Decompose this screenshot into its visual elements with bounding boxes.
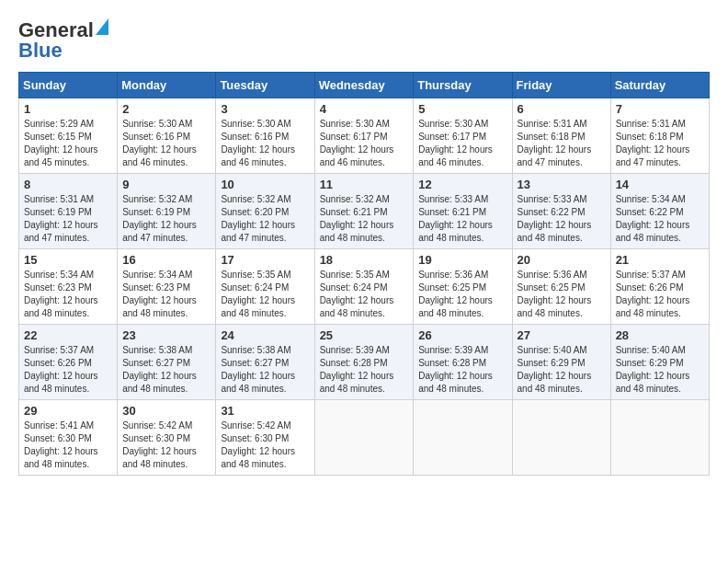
week-row-1: 1Sunrise: 5:29 AM Sunset: 6:15 PM Daylig…	[19, 98, 710, 174]
day-info: Sunrise: 5:36 AM Sunset: 6:25 PM Dayligh…	[518, 269, 606, 320]
day-number: 18	[320, 253, 409, 267]
day-info: Sunrise: 5:41 AM Sunset: 6:30 PM Dayligh…	[24, 419, 112, 471]
calendar-cell: 12Sunrise: 5:33 AM Sunset: 6:21 PM Dayli…	[414, 174, 512, 249]
day-number: 1	[24, 102, 112, 116]
calendar-cell: 17Sunrise: 5:35 AM Sunset: 6:24 PM Dayli…	[216, 249, 314, 325]
day-info: Sunrise: 5:42 AM Sunset: 6:30 PM Dayligh…	[122, 419, 210, 471]
col-header-thursday: Thursday	[414, 73, 512, 98]
day-number: 7	[616, 102, 704, 116]
day-number: 16	[122, 253, 210, 267]
day-info: Sunrise: 5:34 AM Sunset: 6:22 PM Dayligh…	[616, 193, 704, 245]
page-header: General Blue	[18, 18, 710, 63]
calendar-cell: 24Sunrise: 5:38 AM Sunset: 6:27 PM Dayli…	[216, 325, 314, 400]
day-number: 9	[122, 178, 210, 191]
day-info: Sunrise: 5:33 AM Sunset: 6:22 PM Dayligh…	[518, 193, 606, 245]
calendar-body: 1Sunrise: 5:29 AM Sunset: 6:15 PM Daylig…	[19, 98, 710, 476]
day-info: Sunrise: 5:37 AM Sunset: 6:26 PM Dayligh…	[24, 344, 112, 396]
day-info: Sunrise: 5:30 AM Sunset: 6:16 PM Dayligh…	[122, 118, 210, 169]
day-number: 20	[518, 253, 606, 267]
calendar-cell: 22Sunrise: 5:37 AM Sunset: 6:26 PM Dayli…	[19, 325, 118, 400]
day-number: 26	[418, 328, 506, 342]
day-info: Sunrise: 5:39 AM Sunset: 6:28 PM Dayligh…	[320, 344, 409, 396]
day-info: Sunrise: 5:31 AM Sunset: 6:18 PM Dayligh…	[616, 118, 704, 169]
calendar-cell: 28Sunrise: 5:40 AM Sunset: 6:29 PM Dayli…	[610, 325, 709, 400]
day-number: 15	[24, 253, 112, 267]
day-info: Sunrise: 5:32 AM Sunset: 6:20 PM Dayligh…	[221, 193, 309, 245]
day-number: 22	[24, 328, 112, 342]
day-number: 29	[24, 404, 112, 418]
calendar-cell: 15Sunrise: 5:34 AM Sunset: 6:23 PM Dayli…	[19, 249, 118, 325]
calendar-cell: 30Sunrise: 5:42 AM Sunset: 6:30 PM Dayli…	[118, 400, 216, 476]
calendar-cell: 11Sunrise: 5:32 AM Sunset: 6:21 PM Dayli…	[314, 174, 414, 249]
day-info: Sunrise: 5:34 AM Sunset: 6:23 PM Dayligh…	[122, 269, 210, 320]
day-number: 11	[320, 178, 409, 191]
week-row-5: 29Sunrise: 5:41 AM Sunset: 6:30 PM Dayli…	[19, 400, 710, 476]
col-header-wednesday: Wednesday	[314, 73, 414, 98]
calendar-cell: 18Sunrise: 5:35 AM Sunset: 6:24 PM Dayli…	[314, 249, 414, 325]
calendar-cell: 27Sunrise: 5:40 AM Sunset: 6:29 PM Dayli…	[512, 325, 610, 400]
day-number: 3	[221, 102, 309, 116]
calendar-cell: 8Sunrise: 5:31 AM Sunset: 6:19 PM Daylig…	[19, 174, 118, 249]
day-of-week-row: SundayMondayTuesdayWednesdayThursdayFrid…	[19, 73, 710, 98]
calendar-cell	[610, 400, 709, 476]
day-number: 25	[320, 328, 409, 342]
col-header-tuesday: Tuesday	[216, 73, 314, 98]
logo-blue: Blue	[18, 39, 63, 63]
logo: General Blue	[18, 18, 108, 63]
col-header-saturday: Saturday	[610, 73, 709, 98]
day-info: Sunrise: 5:40 AM Sunset: 6:29 PM Dayligh…	[616, 344, 704, 396]
day-number: 17	[221, 253, 309, 267]
day-info: Sunrise: 5:30 AM Sunset: 6:17 PM Dayligh…	[320, 118, 409, 169]
calendar-cell: 26Sunrise: 5:39 AM Sunset: 6:28 PM Dayli…	[414, 325, 512, 400]
calendar-cell: 3Sunrise: 5:30 AM Sunset: 6:16 PM Daylig…	[216, 98, 314, 174]
day-number: 8	[24, 178, 112, 191]
day-info: Sunrise: 5:33 AM Sunset: 6:21 PM Dayligh…	[418, 193, 506, 245]
day-info: Sunrise: 5:36 AM Sunset: 6:25 PM Dayligh…	[418, 269, 506, 320]
calendar-table: SundayMondayTuesdayWednesdayThursdayFrid…	[18, 72, 710, 476]
day-number: 31	[221, 404, 309, 418]
day-info: Sunrise: 5:34 AM Sunset: 6:23 PM Dayligh…	[24, 269, 112, 320]
day-number: 30	[122, 404, 210, 418]
calendar-cell: 29Sunrise: 5:41 AM Sunset: 6:30 PM Dayli…	[19, 400, 118, 476]
day-info: Sunrise: 5:38 AM Sunset: 6:27 PM Dayligh…	[221, 344, 309, 396]
calendar-cell: 1Sunrise: 5:29 AM Sunset: 6:15 PM Daylig…	[19, 98, 118, 174]
calendar-cell	[314, 400, 414, 476]
day-info: Sunrise: 5:29 AM Sunset: 6:15 PM Dayligh…	[24, 118, 112, 169]
day-info: Sunrise: 5:30 AM Sunset: 6:17 PM Dayligh…	[418, 118, 506, 169]
week-row-2: 8Sunrise: 5:31 AM Sunset: 6:19 PM Daylig…	[19, 174, 710, 249]
day-info: Sunrise: 5:38 AM Sunset: 6:27 PM Dayligh…	[122, 344, 210, 396]
calendar-cell: 19Sunrise: 5:36 AM Sunset: 6:25 PM Dayli…	[414, 249, 512, 325]
day-number: 13	[518, 178, 606, 191]
day-number: 24	[221, 328, 309, 342]
day-number: 4	[320, 102, 409, 116]
week-row-3: 15Sunrise: 5:34 AM Sunset: 6:23 PM Dayli…	[19, 249, 710, 325]
day-info: Sunrise: 5:35 AM Sunset: 6:24 PM Dayligh…	[221, 269, 309, 320]
calendar-cell: 4Sunrise: 5:30 AM Sunset: 6:17 PM Daylig…	[314, 98, 414, 174]
day-number: 10	[221, 178, 309, 191]
day-info: Sunrise: 5:42 AM Sunset: 6:30 PM Dayligh…	[221, 419, 309, 471]
col-header-sunday: Sunday	[19, 73, 118, 98]
day-number: 21	[616, 253, 704, 267]
calendar-cell: 20Sunrise: 5:36 AM Sunset: 6:25 PM Dayli…	[512, 249, 610, 325]
day-number: 5	[418, 102, 506, 116]
day-number: 19	[418, 253, 506, 267]
day-number: 27	[518, 328, 606, 342]
day-number: 6	[518, 102, 606, 116]
calendar-cell	[414, 400, 512, 476]
day-number: 14	[616, 178, 704, 191]
day-info: Sunrise: 5:35 AM Sunset: 6:24 PM Dayligh…	[320, 269, 409, 320]
col-header-monday: Monday	[118, 73, 216, 98]
calendar-cell: 25Sunrise: 5:39 AM Sunset: 6:28 PM Dayli…	[314, 325, 414, 400]
day-number: 23	[122, 328, 210, 342]
calendar-cell: 23Sunrise: 5:38 AM Sunset: 6:27 PM Dayli…	[118, 325, 216, 400]
day-info: Sunrise: 5:32 AM Sunset: 6:21 PM Dayligh…	[320, 193, 409, 245]
calendar-cell: 9Sunrise: 5:32 AM Sunset: 6:19 PM Daylig…	[118, 174, 216, 249]
calendar-cell: 10Sunrise: 5:32 AM Sunset: 6:20 PM Dayli…	[216, 174, 314, 249]
day-number: 28	[616, 328, 704, 342]
week-row-4: 22Sunrise: 5:37 AM Sunset: 6:26 PM Dayli…	[19, 325, 710, 400]
calendar-cell: 7Sunrise: 5:31 AM Sunset: 6:18 PM Daylig…	[610, 98, 709, 174]
calendar-cell: 21Sunrise: 5:37 AM Sunset: 6:26 PM Dayli…	[610, 249, 709, 325]
day-info: Sunrise: 5:30 AM Sunset: 6:16 PM Dayligh…	[221, 118, 309, 169]
calendar-cell: 6Sunrise: 5:31 AM Sunset: 6:18 PM Daylig…	[512, 98, 610, 174]
day-info: Sunrise: 5:37 AM Sunset: 6:26 PM Dayligh…	[616, 269, 704, 320]
